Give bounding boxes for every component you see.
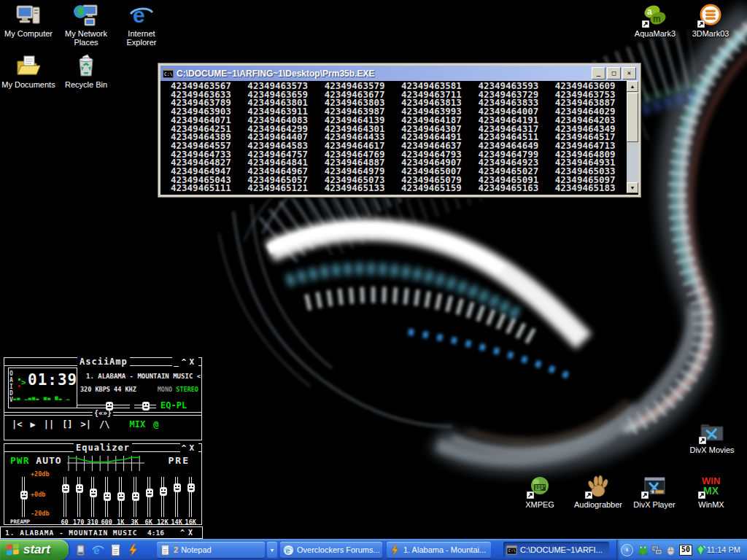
eq-presets-button[interactable]: PRE [169, 455, 190, 466]
desktop-icon-my-network-places[interactable]: My Network Places [58, 3, 115, 47]
quicklaunch-notepad-icon[interactable] [109, 544, 122, 556]
tray-refresh-rate-icon[interactable]: 50 [679, 545, 692, 556]
volume-knob[interactable] [106, 402, 113, 411]
tray-clock[interactable]: 11:14 PM [707, 545, 747, 554]
eq-band-170-slider[interactable]: 170 [71, 477, 85, 525]
desktop-icon-my-documents[interactable]: My Documents [0, 54, 57, 89]
preamp-slider[interactable] [19, 477, 28, 517]
shade-button[interactable]: ^ [182, 357, 190, 367]
taskbar-button-winamp[interactable]: 1. Alabama - Mountai... [387, 542, 491, 558]
eq-band-knob[interactable] [62, 484, 69, 493]
eq-auto-button[interactable]: AUTO [36, 455, 61, 466]
eq-band-3K-slider[interactable]: 3K [128, 477, 142, 525]
balance-knob[interactable] [142, 402, 150, 411]
console-scrollbar[interactable]: ▲ ▼ [627, 81, 638, 193]
track-title[interactable]: 1. ALABAMA - MOUNTAIN MUSIC < [86, 373, 201, 380]
svg-text:e: e [133, 3, 145, 27]
eq-band-14K-slider[interactable]: 14K [170, 477, 184, 525]
tray-green-creature-icon[interactable] [638, 545, 649, 556]
desktop-icon-divx-movies[interactable]: DivX Movies [684, 419, 740, 454]
shade-button[interactable]: ^ [182, 443, 190, 453]
close-button[interactable]: X [189, 357, 197, 367]
divider: {«»} [4, 412, 201, 416]
playlist-track-time: 4:16 [147, 529, 164, 537]
eq-band-knob[interactable] [90, 489, 97, 497]
icon-label: Recycle Bin [58, 80, 115, 89]
time-display[interactable]: 01:39 [28, 371, 77, 389]
tray-mouse-icon[interactable] [665, 545, 676, 556]
eq-band-knob[interactable] [146, 489, 153, 497]
mix-button[interactable]: MIX [130, 419, 146, 429]
at-button[interactable]: @ [153, 419, 158, 429]
visualizer[interactable]: ▂▃ ▁▃▄▂ ▄▃ ▅▂ ▁ [13, 394, 70, 400]
scroll-up-button[interactable]: ▲ [627, 81, 638, 92]
console-window: C:\ C:\DOCUME~1\ARFING~1\Desktop\Prm35b.… [158, 63, 640, 197]
maximize-button[interactable]: □ [607, 67, 621, 79]
desktop-icon-3dmark03[interactable]: 3DMark03 [682, 3, 739, 38]
close-button[interactable]: X [189, 443, 197, 453]
balance-slider[interactable] [134, 402, 156, 411]
transport-prev-button[interactable]: |< [12, 419, 22, 429]
transport-next-button[interactable]: >| [81, 419, 91, 429]
eq-band-knob[interactable] [174, 483, 181, 492]
my-documents-icon [15, 54, 42, 79]
taskbar-button-notepad-group[interactable]: 2 Notepad [157, 542, 265, 558]
eq-band-6K-slider[interactable]: 6K [142, 477, 155, 525]
tray-network-icon[interactable] [651, 545, 662, 556]
button-label: 1. Alabama - Mountai... [403, 545, 486, 554]
group-dropdown-arrow[interactable]: ▼ [267, 542, 277, 558]
window-buttons[interactable]: ^X [180, 529, 196, 537]
start-button[interactable]: start [0, 540, 69, 560]
transport-eject-button[interactable]: /\ [99, 419, 109, 429]
taskbar-button-overclockers[interactable]: e Overclockers Forums... [280, 542, 382, 558]
quicklaunch-device-icon[interactable] [74, 544, 87, 556]
eq-band-600-slider[interactable]: 600 [100, 477, 114, 525]
desktop-icon-recycle-bin[interactable]: Recycle Bin [58, 54, 115, 89]
transport-pause-button[interactable]: || [44, 419, 54, 429]
taskbar-button-console[interactable]: C:\ C:\DOCUME~1\ARFI... [503, 542, 609, 558]
desktop-icon-winmx[interactable]: WINMX WinMX [683, 474, 740, 509]
playlist-bar[interactable]: 1. ALABAMA - MOUNTAIN MUSIC 4:16 ^X [0, 526, 203, 539]
eq-band-knob[interactable] [117, 492, 125, 501]
eq-band-16K-slider[interactable]: 16K [184, 477, 198, 525]
eq-band-knob[interactable] [187, 483, 195, 492]
eq-band-12K-slider[interactable]: 12K [155, 477, 169, 525]
eq-power-button[interactable]: PWR [10, 455, 29, 466]
quick-launch-bar: e [74, 542, 139, 557]
preamp-knob[interactable] [20, 491, 28, 499]
eq-band-knob[interactable] [160, 487, 167, 496]
scroll-down-button[interactable]: ▼ [627, 182, 638, 193]
desktop-icon-audiograbber[interactable]: Audiograbber [568, 474, 628, 509]
eq-toggle[interactable]: EQ [160, 400, 171, 411]
close-button[interactable]: ✕ [622, 67, 636, 79]
desktop-icon-aquamark3[interactable]: am AquaMark3 [627, 3, 684, 38]
desktop-icon-internet-explorer[interactable]: e Internet Explorer [113, 3, 170, 47]
eq-band-knob[interactable] [76, 484, 83, 493]
quicklaunch-winamp-icon[interactable] [127, 544, 139, 556]
close-button[interactable]: X [188, 529, 196, 537]
minimize-button[interactable]: _ [174, 357, 182, 367]
eq-band-1K-slider[interactable]: 1K [114, 477, 128, 525]
window-buttons[interactable]: ^X [180, 443, 198, 454]
desktop-icon-my-computer[interactable]: My Computer [0, 3, 57, 38]
tray-gem-icon[interactable] [695, 545, 706, 556]
minimize-button[interactable]: _ [592, 67, 605, 79]
shortcut-arrow-icon [698, 491, 705, 499]
asciiamp-titlebar[interactable]: AsciiAmp _^X [4, 358, 201, 366]
eq-curve-line [69, 457, 139, 462]
quicklaunch-ie-icon[interactable]: e [92, 544, 104, 556]
eq-band-60-slider[interactable]: 60 [58, 477, 71, 525]
transport-stop-button[interactable]: [] [62, 419, 72, 429]
console-titlebar[interactable]: C:\ C:\DOCUME~1\ARFING~1\Desktop\Prm35b.… [160, 66, 638, 81]
window-buttons[interactable]: _^X [172, 357, 198, 368]
scrollbar-thumb[interactable] [627, 93, 638, 142]
pl-toggle[interactable]: PL [177, 400, 187, 411]
eq-band-310-slider[interactable]: 310 [85, 477, 99, 525]
desktop-icon-divx-player[interactable]: DivX Player [626, 474, 683, 509]
tray-collapse-chevron-icon[interactable]: ‹ [621, 544, 633, 556]
eq-band-knob[interactable] [104, 492, 111, 501]
transport-play-button[interactable]: ▶ [30, 419, 35, 429]
desktop-icon-xmpeg[interactable]: XMPEG [511, 474, 568, 509]
eq-band-knob[interactable] [132, 492, 139, 501]
shade-button[interactable]: ^ [180, 529, 188, 537]
